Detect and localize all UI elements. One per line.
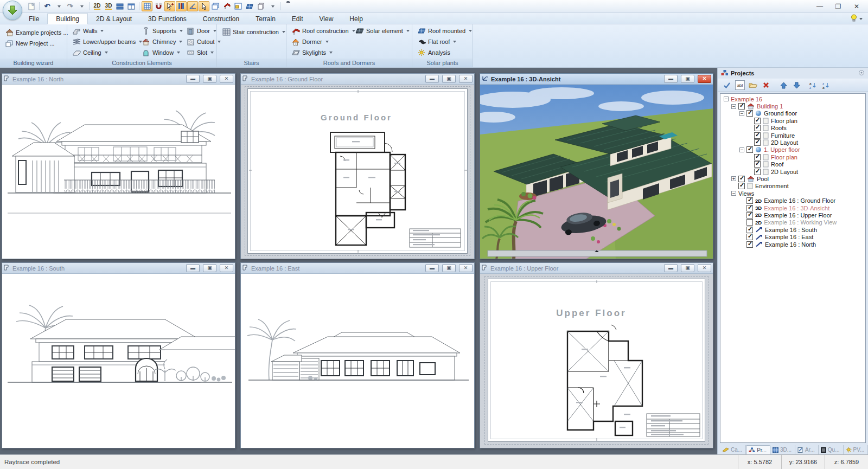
render-view-3d[interactable] bbox=[480, 85, 713, 259]
delete-icon[interactable] bbox=[761, 80, 771, 90]
checkbox-icon[interactable]: ✓ bbox=[746, 146, 753, 153]
checkbox-icon[interactable]: ✓ bbox=[754, 132, 761, 139]
dropdown-caret-icon[interactable] bbox=[177, 52, 180, 54]
flat-roof-button[interactable]: Flat roof bbox=[416, 36, 458, 47]
skylights-button[interactable]: Skylights bbox=[290, 47, 354, 58]
elevation-view-east[interactable] bbox=[241, 274, 474, 448]
tab-quantities[interactable]: Qu... bbox=[819, 445, 844, 454]
minimize-button[interactable]: — bbox=[810, 1, 829, 12]
expand-icon[interactable]: + bbox=[731, 176, 736, 181]
checkbox-icon[interactable]: ✓ bbox=[746, 212, 753, 219]
tree-item-ground-floor[interactable]: − ✓ Ground floor bbox=[722, 110, 865, 117]
tips-lightbulb-icon[interactable] bbox=[851, 14, 857, 23]
window-titlebar[interactable]: Example 16 : 3D-Ansicht ▬ ▣ ✕ bbox=[480, 74, 713, 85]
dropdown-caret-icon[interactable] bbox=[453, 41, 456, 43]
roof-construction-button[interactable]: Roof construction bbox=[290, 25, 354, 36]
elevation-view-north[interactable] bbox=[2, 85, 235, 259]
crosshair-select-icon[interactable] bbox=[164, 1, 175, 11]
tree-item-furniture[interactable]: ✓ Furniture bbox=[722, 132, 865, 139]
cutout-button[interactable]: Cutout bbox=[184, 36, 217, 47]
tree-item-environment[interactable]: ✓ Environment bbox=[722, 183, 865, 190]
window-minimize-button[interactable]: ▬ bbox=[186, 264, 200, 272]
checkbox-icon[interactable]: ✓ bbox=[754, 125, 761, 131]
checkbox-icon[interactable]: ✓ bbox=[754, 154, 761, 160]
window-example16-upper-floor[interactable]: Example 16 : Upper Floor ▬ ▣ ✕ Upper Flo… bbox=[480, 262, 713, 448]
slot-button[interactable]: Slot bbox=[184, 47, 217, 58]
dormer-button[interactable]: Dormer bbox=[290, 36, 354, 47]
plan-view-ground-floor[interactable]: Ground Floor bbox=[241, 85, 474, 259]
window-close-button[interactable]: ✕ bbox=[459, 264, 473, 272]
tab-construction[interactable]: Construction bbox=[195, 14, 247, 24]
dropdown-caret-icon[interactable] bbox=[180, 30, 183, 32]
checkbox-icon[interactable] bbox=[746, 219, 753, 226]
tab-pv[interactable]: PV... bbox=[844, 445, 868, 454]
tab-edit[interactable]: Edit bbox=[284, 14, 311, 24]
sort-az-icon[interactable]: az bbox=[808, 80, 818, 90]
roof-mounted-button[interactable]: Roof mounted bbox=[416, 25, 474, 36]
tree-item-upper-roof[interactable]: ✓ Roof bbox=[722, 161, 865, 168]
split-horizontal-icon[interactable] bbox=[114, 1, 125, 11]
open-folder-icon[interactable] bbox=[748, 80, 758, 90]
new-project-button[interactable]: New Project ... bbox=[3, 38, 56, 49]
projects-panel-header[interactable]: Projects bbox=[718, 68, 868, 79]
copy-pages-icon[interactable] bbox=[256, 1, 266, 11]
plan-view-upper-floor[interactable]: Upper Floor bbox=[480, 274, 713, 448]
tree-item-building-1[interactable]: − ✓ Building 1 bbox=[722, 102, 865, 110]
sort-za-icon[interactable]: za bbox=[821, 80, 831, 90]
tab-building[interactable]: Building bbox=[47, 13, 88, 24]
tree-item-floor-plan[interactable]: ✓ Floor plan bbox=[722, 117, 865, 124]
undo-dropdown-icon[interactable] bbox=[53, 1, 64, 11]
stair-construction-button[interactable]: Stair construction bbox=[220, 27, 287, 37]
view-2d-icon[interactable]: 2D bbox=[92, 1, 103, 11]
dropdown-caret-icon[interactable] bbox=[329, 52, 333, 54]
panel-pin-icon[interactable] bbox=[858, 69, 865, 77]
window-minimize-button[interactable]: ▬ bbox=[664, 75, 678, 83]
window-example16-east[interactable]: Example 16 : East ▬ ▣ ✕ bbox=[240, 262, 475, 448]
dropdown-caret-icon[interactable] bbox=[282, 31, 285, 33]
window-close-button[interactable]: ✕ bbox=[220, 75, 233, 83]
analysis-button[interactable]: Analysis bbox=[416, 47, 452, 58]
window-close-button[interactable]: ✕ bbox=[459, 75, 473, 83]
window-maximize-button[interactable]: ▣ bbox=[442, 264, 456, 272]
close-button[interactable]: ✕ bbox=[847, 1, 866, 12]
ceiling-button[interactable]: Ceiling bbox=[71, 47, 140, 58]
checkbox-icon[interactable]: ✓ bbox=[746, 241, 753, 248]
solar-element-button[interactable]: Solar element bbox=[354, 25, 408, 36]
checkbox-icon[interactable]: ✓ bbox=[738, 183, 745, 189]
window-close-button[interactable]: ✕ bbox=[220, 264, 233, 272]
redo-dropdown-icon[interactable] bbox=[76, 1, 87, 11]
tab-help[interactable]: Help bbox=[341, 14, 371, 24]
cascade-windows-icon[interactable] bbox=[210, 1, 221, 11]
copy-dropdown-icon[interactable] bbox=[267, 1, 278, 11]
window-maximize-button[interactable]: ▣ bbox=[203, 264, 216, 272]
tab-2d-layout[interactable]: 2D & Layout bbox=[88, 14, 140, 24]
window-maximize-button[interactable]: ▣ bbox=[203, 75, 216, 83]
checkbox-icon[interactable]: ✓ bbox=[754, 161, 761, 168]
checkbox-icon[interactable]: ✓ bbox=[754, 169, 761, 175]
window-button[interactable]: Window bbox=[140, 47, 184, 58]
window-minimize-button[interactable]: ▬ bbox=[425, 264, 439, 272]
collapse-icon[interactable]: − bbox=[724, 97, 729, 101]
checkbox-icon[interactable]: ✓ bbox=[746, 197, 753, 204]
example-projects-button[interactable]: Example projects ... bbox=[3, 27, 70, 38]
window-example16-south[interactable]: Example 16 : South ▬ ▣ ✕ bbox=[2, 262, 235, 448]
window-minimize-button[interactable]: ▬ bbox=[186, 75, 200, 83]
window-titlebar[interactable]: Example 16 : Upper Floor ▬ ▣ ✕ bbox=[480, 263, 713, 274]
checkbox-icon[interactable]: ✓ bbox=[746, 205, 753, 211]
tab-catalog[interactable]: Ca... bbox=[720, 445, 746, 454]
rename-icon[interactable]: abl bbox=[735, 80, 745, 90]
tree-item-upper-floor-plan[interactable]: ✓ Floor plan bbox=[722, 153, 865, 160]
confirm-icon[interactable] bbox=[722, 80, 732, 90]
tree-view-south[interactable]: ✓ Example 16 : South bbox=[722, 226, 865, 233]
new-file-icon[interactable] bbox=[26, 1, 37, 11]
window-maximize-button[interactable]: ▣ bbox=[681, 264, 694, 272]
window-minimize-button[interactable]: ▬ bbox=[425, 75, 439, 83]
tree-view-upper-floor[interactable]: ✓ 2D Example 16 : Upper Floor bbox=[722, 211, 865, 219]
door-button[interactable]: Door bbox=[184, 25, 217, 36]
collapse-icon[interactable]: − bbox=[731, 104, 736, 109]
walls-button[interactable]: Walls bbox=[71, 25, 140, 36]
checkbox-icon[interactable]: ✓ bbox=[754, 139, 761, 146]
layout-windows-icon[interactable] bbox=[233, 1, 244, 11]
move-down-icon[interactable] bbox=[792, 80, 801, 90]
tree-view-north[interactable]: ✓ Example 16 : North bbox=[722, 241, 865, 248]
